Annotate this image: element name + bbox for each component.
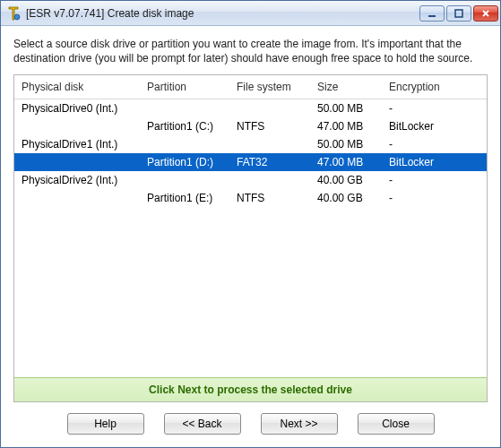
cell-size: 40.00 GB (310, 189, 382, 207)
cell-filesystem: FAT32 (229, 153, 310, 171)
svg-point-0 (14, 14, 20, 20)
cell-physical (14, 189, 140, 207)
cell-partition (140, 99, 229, 118)
table-row[interactable]: PhysicalDrive1 (Int.)50.00 MB- (14, 135, 487, 153)
cell-partition: Partition1 (E:) (140, 189, 229, 207)
cell-encryption: - (382, 189, 487, 207)
close-button-footer[interactable]: Close (358, 413, 435, 435)
back-button[interactable]: << Back (164, 413, 241, 435)
help-button[interactable]: Help (67, 413, 144, 435)
cell-size: 50.00 MB (310, 99, 382, 118)
window-controls (419, 5, 498, 22)
cell-physical (14, 153, 140, 171)
close-button[interactable] (473, 5, 498, 22)
window-title: [ESR v7.07.741] Create disk image (26, 7, 412, 20)
cell-encryption: BitLocker (382, 117, 487, 135)
table-row[interactable]: PhysicalDrive0 (Int.)50.00 MB- (14, 99, 487, 118)
window-frame: [ESR v7.07.741] Create disk image Select… (0, 0, 501, 448)
cell-encryption: BitLocker (382, 153, 487, 171)
cell-size: 47.00 MB (310, 117, 382, 135)
table-row[interactable]: Partition1 (D:)FAT3247.00 MBBitLocker (14, 153, 487, 171)
table-row[interactable]: Partition1 (E:)NTFS40.00 GB- (14, 189, 487, 207)
client-area: Select a source disk drive or partition … (1, 26, 500, 447)
cell-encryption: - (382, 99, 487, 118)
cell-partition: Partition1 (D:) (140, 153, 229, 171)
maximize-button[interactable] (446, 5, 471, 22)
col-header-physical[interactable]: Physical disk (14, 75, 140, 99)
cell-filesystem: NTFS (229, 189, 310, 207)
titlebar[interactable]: [ESR v7.07.741] Create disk image (1, 1, 500, 26)
cell-filesystem (229, 135, 310, 153)
instruction-text: Select a source disk drive or partition … (13, 37, 488, 65)
cell-filesystem: NTFS (229, 117, 310, 135)
drive-table-scroll[interactable]: Physical disk Partition File system Size… (14, 75, 487, 377)
col-header-partition[interactable]: Partition (140, 75, 229, 99)
svg-rect-2 (455, 10, 462, 17)
cell-physical: PhysicalDrive2 (Int.) (14, 171, 140, 189)
next-button[interactable]: Next >> (261, 413, 338, 435)
table-header-row: Physical disk Partition File system Size… (14, 75, 487, 99)
cell-partition (140, 135, 229, 153)
table-row[interactable]: PhysicalDrive2 (Int.)40.00 GB- (14, 171, 487, 189)
cell-size: 47.00 MB (310, 153, 382, 171)
cell-encryption: - (382, 135, 487, 153)
col-header-filesystem[interactable]: File system (229, 75, 310, 99)
button-row: Help << Back Next >> Close (13, 402, 488, 438)
drive-table-frame: Physical disk Partition File system Size… (13, 74, 488, 402)
cell-physical: PhysicalDrive0 (Int.) (14, 99, 140, 118)
minimize-button[interactable] (419, 5, 445, 22)
cell-size: 50.00 MB (310, 135, 382, 153)
cell-filesystem (229, 171, 310, 189)
cell-partition: Partition1 (C:) (140, 117, 229, 135)
app-icon (6, 6, 21, 21)
cell-physical (14, 117, 140, 135)
cell-filesystem (229, 99, 310, 118)
drive-table: Physical disk Partition File system Size… (14, 75, 487, 207)
cell-size: 40.00 GB (310, 171, 382, 189)
cell-encryption: - (382, 171, 487, 189)
col-header-size[interactable]: Size (310, 75, 382, 99)
cell-physical: PhysicalDrive1 (Int.) (14, 135, 140, 153)
col-header-encryption[interactable]: Encryption (382, 75, 487, 99)
hint-bar: Click Next to process the selected drive (14, 377, 487, 401)
cell-partition (140, 171, 229, 189)
table-row[interactable]: Partition1 (C:)NTFS47.00 MBBitLocker (14, 117, 487, 135)
svg-rect-1 (428, 15, 436, 17)
